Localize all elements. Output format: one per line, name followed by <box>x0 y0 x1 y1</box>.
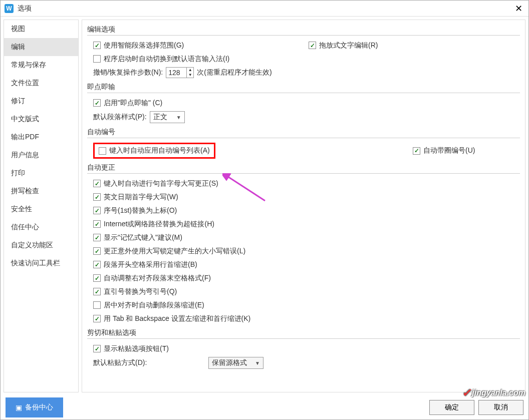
backup-center-button[interactable]: ▣ 备份中心 <box>6 397 63 417</box>
checkbox-ac-8[interactable] <box>93 288 101 295</box>
sidebar-item-output-pdf[interactable]: 输出PDF <box>4 128 78 146</box>
label-ac-5: 更正意外使用大写锁定键产生的大小写错误(L) <box>104 247 245 256</box>
label-ac-7: 自动调整右对齐段落末空格格式(F) <box>104 274 211 283</box>
section-edit-options: 编辑选项 <box>87 22 520 36</box>
section-click-type: 即点即输 <box>87 80 520 93</box>
sidebar-item-trust-center[interactable]: 信任中心 <box>4 218 78 236</box>
options-content[interactable]: 编辑选项 使用智能段落选择范围(G) 拖放式文字编辑(R) 程序启动时自动切换到… <box>82 20 525 392</box>
category-sidebar: 视图 编辑 常规与保存 文件位置 修订 中文版式 输出PDF 用户信息 打印 拼… <box>4 20 79 392</box>
select-default-paste[interactable]: 保留源格式 ▼ <box>208 357 263 369</box>
checkbox-ime-switch[interactable] <box>93 55 101 63</box>
check-icon: ✓ <box>462 386 471 399</box>
label-default-paste: 默认粘贴方式(D): <box>93 358 208 367</box>
label-undo-steps: 撤销/恢复操作步数(N): <box>93 68 163 77</box>
highlight-annotation: 键入时自动应用自动编号列表(A) <box>93 143 215 159</box>
sidebar-item-spellcheck[interactable]: 拼写检查 <box>4 182 78 200</box>
checkbox-ac-0[interactable] <box>93 180 101 187</box>
checkbox-drag-drop[interactable] <box>309 42 316 49</box>
undo-value: 128 <box>168 69 180 77</box>
ok-button[interactable]: 确定 <box>429 400 474 415</box>
cancel-button[interactable]: 取消 <box>478 400 523 415</box>
default-paste-value: 保留源格式 <box>212 358 247 367</box>
sidebar-item-user-info[interactable]: 用户信息 <box>4 146 78 164</box>
checkbox-ac-2[interactable] <box>93 207 101 214</box>
label-show-paste-btn: 显示粘贴选项按钮(T) <box>104 344 169 353</box>
label-drag-drop: 拖放式文字编辑(R) <box>319 41 378 50</box>
label-ac-3: Internet或网络路径替换为超链接(H) <box>104 220 214 229</box>
sidebar-item-general-save[interactable]: 常规与保存 <box>4 56 78 74</box>
checkbox-ac-9[interactable] <box>93 301 101 309</box>
spinner-icon[interactable]: ▲▼ <box>186 68 193 78</box>
label-ac-4: 显示"记忆式键入"建议(M) <box>104 233 182 242</box>
checkbox-ac-7[interactable] <box>93 274 101 282</box>
chevron-down-icon: ▼ <box>176 115 181 120</box>
checkbox-ac-10[interactable] <box>93 315 101 322</box>
chevron-down-icon: ▼ <box>255 360 260 366</box>
backup-icon: ▣ <box>16 403 22 411</box>
window-title: 选项 <box>18 4 513 13</box>
label-default-style: 默认段落样式(P): <box>93 113 147 122</box>
label-enable-click-type: 启用"即点即输" (C) <box>104 99 162 108</box>
label-auto-circle: 自动带圈编号(U) <box>423 146 475 155</box>
label-smart-paragraph: 使用智能段落选择范围(G) <box>104 41 184 50</box>
label-ac-10: 用 Tab 和 Backspace 设置左缩进和首行缩进(K) <box>104 314 250 323</box>
watermark-text: jingyanla.com <box>472 388 525 397</box>
checkbox-ac-4[interactable] <box>93 234 101 241</box>
label-auto-number-list: 键入时自动应用自动编号列表(A) <box>109 146 210 155</box>
checkbox-auto-number-list[interactable] <box>99 147 106 155</box>
checkbox-show-paste-btn[interactable] <box>93 345 101 352</box>
label-ac-0: 键入时自动进行句首字母大写更正(S) <box>104 179 218 188</box>
checkbox-ac-1[interactable] <box>93 193 101 201</box>
close-icon[interactable]: ✕ <box>513 3 524 14</box>
section-auto-correct: 自动更正 <box>87 160 520 174</box>
sidebar-item-chinese-layout[interactable]: 中文版式 <box>4 110 78 128</box>
dialog-footer: ▣ 备份中心 确定 取消 <box>1 395 528 419</box>
sidebar-item-quick-access[interactable]: 快速访问工具栏 <box>4 254 78 272</box>
sidebar-item-edit[interactable]: 编辑 <box>4 38 78 56</box>
default-style-value: 正文 <box>153 113 167 122</box>
label-ac-6: 段落开头空格采用行首缩进(B) <box>104 260 197 269</box>
checkbox-smart-paragraph[interactable] <box>93 42 101 49</box>
section-auto-number: 自动编号 <box>87 125 520 138</box>
label-ac-1: 英文日期首字母大写(W) <box>104 193 178 202</box>
sidebar-item-security[interactable]: 安全性 <box>4 200 78 218</box>
checkbox-auto-circle[interactable] <box>413 147 420 155</box>
checkbox-enable-click-type[interactable] <box>93 99 101 107</box>
input-undo-steps[interactable]: 128 ▲▼ <box>166 67 194 78</box>
label-ac-9: 居中对齐时自动删除段落缩进(E) <box>104 301 204 310</box>
select-default-style[interactable]: 正文 ▼ <box>150 111 185 123</box>
checkbox-ac-5[interactable] <box>93 247 101 255</box>
watermark: ✓ jingyanla.com <box>462 386 525 399</box>
sidebar-item-file-location[interactable]: 文件位置 <box>4 74 78 92</box>
section-paste-options: 剪切和粘贴选项 <box>87 325 520 339</box>
checkbox-ac-6[interactable] <box>93 261 101 268</box>
label-ime-switch: 程序启动时自动切换到默认语言输入法(I) <box>104 55 229 64</box>
sidebar-item-print[interactable]: 打印 <box>4 164 78 182</box>
title-bar: W 选项 ✕ <box>1 1 528 17</box>
checkbox-ac-3[interactable] <box>93 220 101 228</box>
sidebar-item-revision[interactable]: 修订 <box>4 92 78 110</box>
app-icon: W <box>5 4 14 13</box>
label-ac-2: 序号(1st)替换为上标(O) <box>104 206 177 215</box>
label-ac-8: 直引号替换为弯引号(Q) <box>104 287 177 296</box>
sidebar-item-view[interactable]: 视图 <box>4 20 78 38</box>
sidebar-item-customize-ribbon[interactable]: 自定义功能区 <box>4 236 78 254</box>
label-undo-suffix: 次(需重启程序才能生效) <box>197 68 272 77</box>
backup-label: 备份中心 <box>25 403 53 412</box>
